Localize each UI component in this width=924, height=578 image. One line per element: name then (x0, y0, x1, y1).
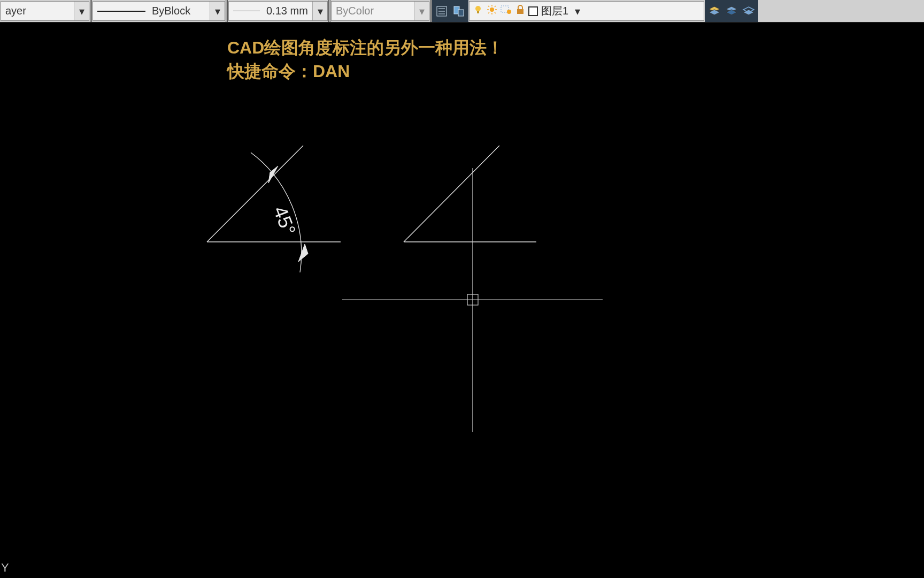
svg-rect-5 (458, 10, 464, 16)
sun-icon (487, 4, 497, 18)
svg-marker-28 (268, 166, 278, 183)
linetype-preview (97, 11, 145, 12)
layer-select-label: ayer (5, 5, 26, 17)
svg-point-6 (475, 6, 481, 11)
panel-icons-group (432, 0, 468, 22)
chevron-down-icon: ▾ (210, 2, 225, 20)
svg-line-13 (488, 6, 489, 7)
lineweight-dropdown[interactable]: 0.13 mm ▾ (228, 1, 328, 21)
svg-line-16 (488, 12, 489, 13)
chevron-down-icon: ▾ (312, 2, 327, 20)
svg-rect-7 (477, 11, 479, 13)
current-layer-dropdown[interactable]: 图层1 ▾ (469, 1, 704, 21)
layer-color-swatch (528, 6, 538, 16)
current-layer-name: 图层1 (541, 4, 568, 18)
svg-marker-23 (726, 10, 737, 15)
layers-stack-icon[interactable] (706, 2, 723, 21)
lock-icon (515, 4, 525, 18)
bulb-icon (473, 4, 483, 18)
linetype-dropdown[interactable]: ByBlock ▾ (93, 1, 225, 21)
svg-marker-21 (709, 10, 720, 15)
chevron-down-icon: ▾ (414, 2, 429, 20)
chevron-down-icon: ▾ (74, 2, 89, 20)
svg-point-8 (490, 7, 494, 12)
svg-line-14 (495, 12, 496, 13)
viewport-freeze-icon (500, 4, 512, 18)
layer-select-dropdown[interactable]: ayer ▾ (1, 1, 89, 21)
properties-icon[interactable] (450, 2, 467, 21)
layer-iso-icon[interactable] (740, 2, 757, 21)
list-icon[interactable] (433, 2, 450, 21)
chevron-down-icon: ▾ (575, 5, 580, 18)
toolbar-divider (226, 0, 228, 22)
lineweight-preview (233, 11, 260, 11)
toolbar-divider (90, 0, 92, 22)
main-toolbar: ayer ▾ ByBlock ▾ 0.13 mm ▾ ByColor ▾ (0, 0, 924, 22)
layer-state-icon[interactable] (723, 2, 740, 21)
svg-line-15 (495, 6, 496, 7)
svg-marker-29 (298, 244, 308, 262)
toolbar-divider (328, 0, 330, 22)
layer-tools-group (705, 0, 758, 22)
svg-point-18 (507, 10, 511, 14)
plotstyle-dropdown[interactable]: ByColor ▾ (331, 1, 429, 21)
lineweight-label: 0.13 mm (266, 5, 308, 17)
svg-line-31 (404, 146, 499, 242)
ucs-y-axis-label: Y (1, 561, 9, 575)
svg-rect-19 (517, 9, 523, 14)
plotstyle-label: ByColor (336, 5, 374, 17)
drawing-canvas[interactable]: CAD绘图角度标注的另外一种用法！ 快捷命令：DAN 45° Y (0, 22, 924, 578)
linetype-label: ByBlock (152, 5, 190, 17)
cad-drawing (0, 22, 924, 578)
